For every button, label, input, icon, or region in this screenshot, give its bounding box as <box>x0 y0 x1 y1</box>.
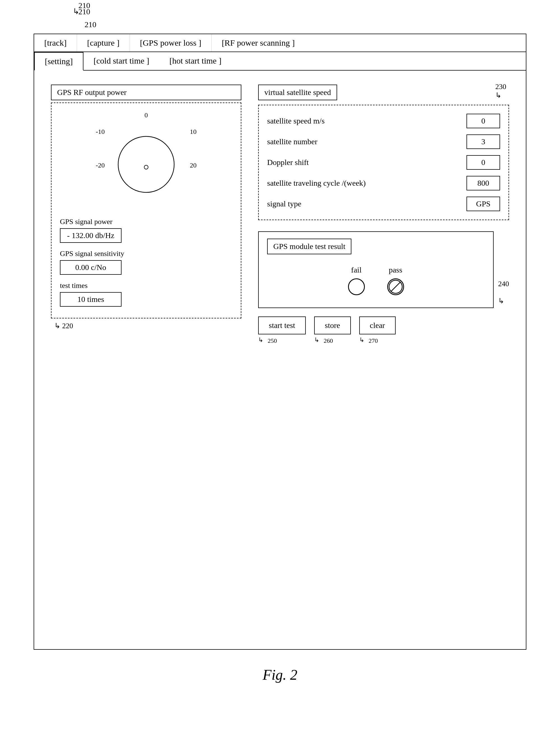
test-result-section: GPS module test result fail pass <box>258 231 509 344</box>
tab-bar-row2: [setting] [cold start time ] [hot start … <box>34 52 526 71</box>
signal-type-row: signal type GPS <box>267 197 500 211</box>
pass-circle-svg <box>388 278 403 295</box>
sensitivity-section: GPS signal sensitivity 0.00 c/No <box>60 250 233 275</box>
ref-230: 230 ↳ <box>495 83 506 100</box>
pass-indicator: pass <box>387 265 404 295</box>
pass-label: pass <box>388 265 402 274</box>
test-times-label: test times <box>60 281 233 290</box>
sensitivity-label: GPS signal sensitivity <box>60 250 233 258</box>
doppler-shift-row: Doppler shift 0 <box>267 155 500 170</box>
left-dashed-box: 0 -10 -20 10 20 <box>51 102 241 318</box>
clear-wrapper: clear ↳ 270 <box>359 316 396 344</box>
dial-container: 0 -10 -20 10 20 <box>60 112 233 209</box>
right-panel: virtual satellite speed 230 ↳ satellite … <box>258 84 509 344</box>
sat-number-value[interactable]: 3 <box>466 134 500 149</box>
left-panel: GPS RF output power 0 -10 -20 10 20 <box>51 84 241 318</box>
content-area: GPS RF output power 0 -10 -20 10 20 <box>34 71 526 361</box>
svg-point-0 <box>118 136 174 192</box>
traveling-cycle-label: satellite traveling cycle /(week) <box>267 179 466 188</box>
fail-circle <box>348 278 365 295</box>
main-window: 210 [track] [capture ] [GPS power loss ]… <box>34 34 526 650</box>
tab-bar-row1: [track] [capture ] [GPS power loss ] [RF… <box>34 34 526 52</box>
fail-indicator: fail <box>348 265 365 295</box>
start-test-ref: 250 <box>268 337 277 344</box>
store-button[interactable]: store <box>314 316 351 334</box>
start-test-button[interactable]: start test <box>258 316 306 334</box>
tab-rf-power-scanning[interactable]: [RF power scanning ] <box>212 34 305 52</box>
fail-label: fail <box>351 265 361 274</box>
test-times-value: 10 times <box>60 292 121 307</box>
sat-speed-value[interactable]: 0 <box>466 114 500 128</box>
tab-cold-start-time[interactable]: [cold start time ] <box>83 52 159 70</box>
traveling-cycle-value[interactable]: 800 <box>466 176 500 191</box>
signal-power-section: GPS signal power - 132.00 db/Hz <box>60 218 233 243</box>
virtual-satellite-title: virtual satellite speed <box>258 84 337 100</box>
sat-speed-row: satellite speed m/s 0 <box>267 114 500 128</box>
tab-gps-power-loss[interactable]: [GPS power loss ] <box>130 34 212 52</box>
tab-capture[interactable]: [capture ] <box>77 34 130 52</box>
figure-label: Fig. 2 <box>263 667 297 683</box>
sat-number-label: satellite number <box>267 137 466 146</box>
dial-label-minus10: -10 <box>96 128 105 136</box>
traveling-cycle-row: satellite traveling cycle /(week) 800 <box>267 176 500 191</box>
dial-label-10: 10 <box>190 128 197 136</box>
store-wrapper: store ↳ 260 <box>314 316 351 344</box>
pass-circle <box>387 278 404 295</box>
gps-rf-output-power-title: GPS RF output power <box>51 84 241 100</box>
tab-hot-start-time[interactable]: [hot start time ] <box>159 52 232 70</box>
virtual-satellite-section: virtual satellite speed 230 ↳ satellite … <box>258 84 509 220</box>
doppler-shift-label: Doppler shift <box>267 158 466 167</box>
ref-220: ↳ 220 <box>54 321 73 330</box>
store-ref: 260 <box>324 337 333 344</box>
virtual-satellite-dashed-box: satellite speed m/s 0 satellite number 3… <box>258 105 509 220</box>
sat-number-row: satellite number 3 <box>267 134 500 149</box>
sat-speed-label: satellite speed m/s <box>267 117 466 125</box>
test-result-box: GPS module test result fail pass <box>258 231 494 308</box>
clear-button[interactable]: clear <box>359 316 396 334</box>
ref-240: 240 ↳ <box>498 280 509 308</box>
tab-track[interactable]: [track] <box>34 34 77 52</box>
signal-type-value[interactable]: GPS <box>466 197 500 211</box>
ref-210-arrow: 210 <box>84 20 96 29</box>
test-times-section: test times 10 times <box>60 281 233 307</box>
dial-label-20: 20 <box>190 162 197 169</box>
ref-210: 210 <box>78 7 90 16</box>
test-result-indicators: fail pass <box>267 260 485 301</box>
signal-power-value: - 132.00 db/Hz <box>60 228 121 243</box>
dial-top-label: 0 <box>144 112 148 119</box>
clear-ref: 270 <box>369 337 378 344</box>
dial-label-minus20: -20 <box>96 162 105 169</box>
start-test-wrapper: start test ↳ 250 <box>258 316 306 344</box>
svg-line-3 <box>391 282 400 291</box>
action-buttons-row: start test ↳ 250 store ↳ 260 <box>258 316 509 344</box>
signal-power-label: GPS signal power <box>60 218 233 226</box>
test-result-title: GPS module test result <box>267 239 352 254</box>
signal-type-label: signal type <box>267 199 466 209</box>
sensitivity-value: 0.00 c/No <box>60 260 121 275</box>
tab-setting[interactable]: [setting] <box>34 52 83 71</box>
svg-point-1 <box>144 165 148 169</box>
dial-svg <box>113 131 180 198</box>
doppler-shift-value[interactable]: 0 <box>466 155 500 170</box>
